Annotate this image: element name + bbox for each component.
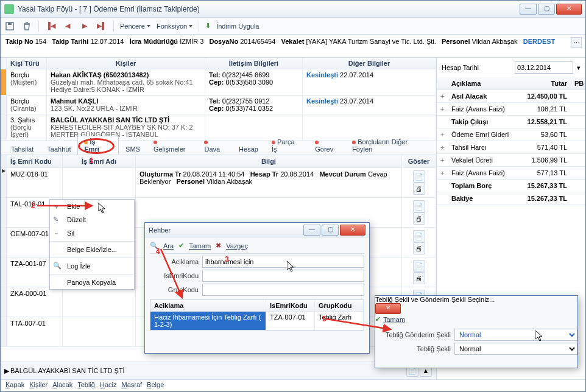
people-row[interactable]: Borçlu(Müşteri)Hakan AKİKTAŞ (6502301348… — [1, 69, 436, 96]
tab-i̇ş-emri[interactable]: İş Emri — [77, 136, 119, 155]
date-dropdown-icon[interactable]: ▾ — [577, 64, 581, 72]
grup-input[interactable] — [202, 284, 364, 296]
teblig-tamam[interactable]: Tamam — [383, 316, 405, 323]
account-row: Bakiye15.267,33 TL — [437, 192, 585, 205]
tab-tahsilat[interactable]: Tahsilat — [4, 143, 40, 155]
footer-belge[interactable]: Belge — [147, 381, 164, 390]
people-grid-header: Kişi Türü Kişiler İletişim Bilgileri Diğ… — [1, 58, 436, 69]
tab-hesap[interactable]: Hesap — [232, 143, 265, 155]
footer-kişiler[interactable]: Kişiler — [29, 381, 48, 390]
teblig-title: Tebliğ Şekli ve Gönderim Şekli Seçiniz..… — [375, 296, 495, 303]
workorder-row[interactable]: MUZ-018-01 Oluşturma Tr 20.08.2014 11:40… — [1, 168, 436, 198]
tab-taahhüt[interactable]: Taahhüt — [40, 143, 77, 155]
app-icon — [4, 4, 14, 14]
print-button[interactable]: 🖨 — [413, 212, 425, 225]
ara-link[interactable]: Ara — [163, 242, 174, 250]
print-button[interactable]: 🖨 — [413, 242, 425, 254]
ctx-belge[interactable]: Belge Ekle/İzle... — [50, 243, 134, 256]
status-link[interactable]: DERDEST — [523, 38, 556, 45]
minimize-button[interactable]: — — [520, 4, 537, 15]
view-button[interactable]: 📄 — [413, 200, 425, 212]
account-row: +Tahsil Harcı571,40 TL — [437, 141, 585, 154]
account-row: Takip Çıkışı12.558,21 TL — [437, 116, 585, 128]
tab-parça-i̇ş[interactable]: Parça İş — [265, 136, 308, 155]
ctx-log[interactable]: 🔍Log İzle — [50, 259, 134, 273]
footer-kapak[interactable]: Kapak — [5, 381, 24, 390]
check-icon: ✔ — [375, 315, 381, 323]
teblig-dialog: Tebliğ Şekli ve Gönderim Şekli Seçiniz..… — [375, 295, 578, 368]
tamam-link[interactable]: Tamam — [189, 242, 211, 250]
ctx-ekle[interactable]: ＋Ekle — [50, 200, 134, 213]
footer-alacak[interactable]: Alacak — [52, 381, 72, 390]
info-bar: Takip No 154 Takip Tarihi 12.07.2014 İcr… — [1, 35, 585, 58]
first-icon[interactable]: ▐◀ — [45, 21, 56, 32]
rehber-grid: Aciklama IsEmriKodu GrupKodu Haciz İhbar… — [150, 299, 364, 331]
tab-dava[interactable]: Dava — [197, 136, 232, 155]
fonksiyon-menu[interactable]: Fonksiyon — [157, 23, 192, 30]
footer-tebliğ[interactable]: Tebliğ — [77, 381, 95, 390]
hesap-tarihi-input[interactable] — [515, 61, 573, 74]
expand-icon[interactable]: + — [437, 141, 448, 153]
sekli-select[interactable]: Normal — [454, 343, 577, 355]
gonderim-select[interactable]: Normal — [454, 329, 577, 341]
indirim-button[interactable]: ⬇ İndirim Uygula — [205, 22, 259, 30]
titlebar: Yasal Takip Föyü - [ 7 ] Ödeme Emri (İla… — [1, 1, 585, 18]
expand-icon[interactable]: + — [437, 167, 448, 179]
search-icon: 🔍 — [150, 242, 158, 250]
ctx-pano[interactable]: Panoya Kopyala — [50, 276, 134, 289]
account-row: +Ödeme Emri Gideri53,60 TL — [437, 128, 585, 141]
rehber-row[interactable]: Haciz İhbarnamesi İçin Tebliğ Zarfı ( 1-… — [150, 312, 364, 330]
close-button[interactable]: ✕ — [556, 4, 582, 15]
tab-görev[interactable]: Görev — [308, 136, 345, 155]
expand-icon[interactable]: + — [437, 90, 448, 102]
window-title: Yasal Takip Föyü - [ 7 ] Ödeme Emri (İla… — [18, 5, 520, 13]
tab-sms[interactable]: SMS — [119, 143, 147, 155]
tab-gelişmeler[interactable]: Gelişmeler — [147, 136, 198, 155]
expand-icon — [437, 116, 448, 128]
vazgec-link[interactable]: Vazgeç — [226, 242, 248, 250]
next-icon[interactable]: ▶ — [79, 21, 90, 32]
teblig-close[interactable]: ✕ — [375, 303, 401, 314]
account-row: +Vekalet Ücreti1.506,99 TL — [437, 154, 585, 167]
rehber-minimize[interactable]: — — [303, 225, 320, 236]
isemri-input[interactable] — [202, 270, 364, 282]
main-toolbar: ▐◀ ◀ ▶ ▶▌ Pencere Fonksiyon ⬇ İndirim Uy… — [1, 18, 585, 35]
info-more-button[interactable]: ⋯ — [571, 37, 582, 48]
account-row: +Faiz (Avans Faizi)577,13 TL — [437, 167, 585, 180]
aciklama-input[interactable] — [202, 256, 364, 268]
prev-icon[interactable]: ◀ — [62, 21, 73, 32]
hesap-tarihi-label: Hesap Tarihi — [442, 64, 511, 71]
expand-icon[interactable]: + — [437, 128, 448, 141]
maximize-button[interactable]: ▢ — [538, 4, 555, 15]
rehber-close[interactable]: ✕ — [340, 225, 365, 236]
footer-masraf[interactable]: Masraf — [121, 381, 142, 390]
detail-tabs: TahsilatTaahhütİş EmriSMSGelişmelerDavaH… — [1, 141, 436, 155]
rehber-dialog: Rehber — ▢ ✕ 🔍 Ara ✔ Tamam ✖ Vazgeç Acik… — [144, 222, 370, 354]
save-icon[interactable] — [4, 21, 15, 32]
context-menu: ＋Ekle ✎Düzelt －Sil Belge Ekle/İzle... 🔍L… — [49, 199, 135, 290]
expand-icon[interactable]: + — [437, 154, 448, 166]
people-row[interactable]: Borçlu(Ciranta)Mahmut KAŞLI123 SK. No:22… — [1, 96, 436, 114]
account-row: +Faiz (Avans Faizi)108,21 TL — [437, 103, 585, 116]
ctx-duzelt[interactable]: ✎Düzelt — [50, 213, 134, 226]
view-button[interactable]: 📄 — [413, 170, 425, 183]
view-button[interactable]: 📄 — [413, 260, 425, 272]
footer-haciz[interactable]: Haciz — [100, 381, 117, 390]
ctx-sil[interactable]: －Sil — [50, 226, 134, 240]
tab-borçluların-diğer-föyleri[interactable]: Borçluların Diğer Föyleri — [345, 136, 436, 155]
account-row: +Asıl Alacak12.450,00 TL — [437, 90, 585, 103]
delete-icon[interactable] — [21, 21, 32, 32]
rehber-title: Rehber — [149, 226, 303, 234]
expand-icon[interactable]: + — [437, 103, 448, 115]
print-button[interactable]: 🖨 — [413, 183, 425, 195]
print-button[interactable]: 🖨 — [413, 272, 425, 284]
rehber-maximize[interactable]: ▢ — [322, 225, 339, 236]
account-row: Toplam Borç15.267,33 TL — [437, 180, 585, 192]
workorder-header: İş Emri Kodu İş Emri Adı Bilgi Göster — [1, 155, 436, 168]
cancel-icon: ✖ — [216, 242, 221, 250]
expand-icon — [437, 192, 448, 205]
last-icon[interactable]: ▶▌ — [96, 21, 107, 32]
pencere-menu[interactable]: Pencere — [120, 23, 150, 30]
svg-rect-1 — [8, 23, 12, 25]
view-button[interactable]: 📄 — [413, 230, 425, 242]
